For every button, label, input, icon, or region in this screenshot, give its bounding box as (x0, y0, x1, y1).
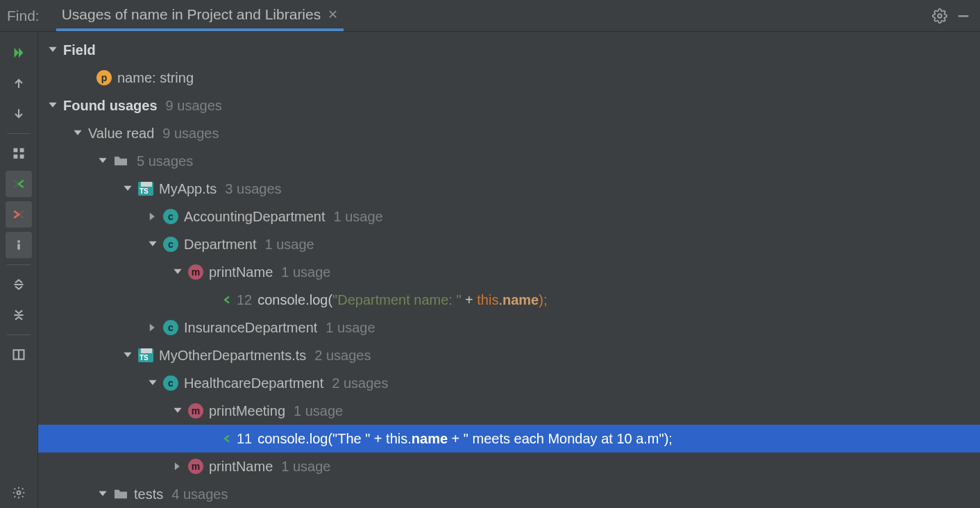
chevron-down-icon[interactable] (96, 488, 109, 500)
svg-rect-2 (14, 149, 18, 153)
code-snippet: console.log("The " + this.name + " meets… (257, 431, 673, 447)
tree-row-method2[interactable]: m printMeeting 1 usage (38, 397, 980, 425)
chevron-right-icon[interactable] (171, 460, 184, 473)
collapse-all-icon[interactable] (6, 302, 32, 328)
ts-file-icon: TS (138, 348, 153, 363)
method-icon: m (188, 459, 203, 474)
tree-row-field-item[interactable]: p name: string (38, 64, 980, 92)
expand-all-icon[interactable] (6, 271, 32, 298)
tree-row-found[interactable]: Found usages 9 usages (38, 92, 980, 119)
method-icon: m (188, 403, 203, 418)
chevron-down-icon[interactable] (171, 266, 184, 278)
find-tab-title: Usages of name in Project and Libraries (62, 6, 321, 23)
ts-file-icon: TS (138, 181, 153, 196)
info-icon[interactable] (6, 232, 32, 258)
tree-row-field[interactable]: Field (38, 36, 980, 64)
chevron-right-icon[interactable] (146, 210, 159, 223)
rerun-icon[interactable] (6, 40, 32, 66)
prev-occurrence-icon[interactable] (6, 70, 32, 96)
next-occurrence-icon[interactable] (6, 101, 32, 127)
close-tab-icon[interactable]: ✕ (328, 7, 338, 22)
tree-row-class2[interactable]: c Department 1 usage (38, 230, 980, 258)
folder-icon (113, 153, 128, 169)
group-by-icon[interactable] (6, 140, 32, 167)
svg-point-0 (938, 14, 942, 18)
tree-row-method1[interactable]: m printName 1 usage (38, 258, 980, 286)
tree-row-class4[interactable]: c HealthcareDepartment 2 usages (38, 369, 980, 397)
folder-icon (113, 486, 128, 502)
usages-tree[interactable]: Field p name: string Found usages 9 usag… (38, 32, 980, 508)
chevron-down-icon[interactable] (146, 238, 159, 251)
tree-row-dir1[interactable]: 5 usages (38, 147, 980, 175)
chevron-down-icon[interactable] (96, 155, 109, 167)
svg-rect-4 (14, 155, 18, 159)
property-icon: p (96, 70, 112, 85)
show-write-icon[interactable] (6, 201, 32, 228)
chevron-down-icon[interactable] (171, 405, 184, 417)
find-tab[interactable]: Usages of name in Project and Libraries … (56, 1, 344, 31)
tree-row-value-read[interactable]: Value read 9 usages (38, 119, 980, 147)
class-icon: c (163, 320, 178, 335)
show-read-icon[interactable] (6, 171, 32, 197)
read-usage-icon (219, 294, 231, 306)
chevron-down-icon[interactable] (121, 183, 134, 195)
class-icon: c (163, 209, 178, 224)
tree-row-file1[interactable]: TS MyApp.ts 3 usages (38, 175, 980, 203)
find-panel-header: Find: Usages of name in Project and Libr… (0, 0, 980, 32)
tree-row-file2[interactable]: TS MyOtherDepartments.ts 2 usages (38, 341, 980, 369)
find-sidebar (0, 32, 38, 508)
chevron-right-icon[interactable] (146, 321, 159, 334)
code-snippet: console.log("Department name: " + this.n… (257, 292, 547, 308)
svg-rect-1 (958, 15, 969, 17)
tree-row-class1[interactable]: c AccountingDepartment 1 usage (38, 203, 980, 230)
chevron-down-icon[interactable] (47, 44, 59, 56)
find-label: Find: (7, 8, 40, 24)
tree-row-usage-line11[interactable]: 11 console.log("The " + this.name + " me… (38, 425, 980, 452)
chevron-down-icon[interactable] (121, 349, 134, 362)
read-usage-icon (219, 432, 231, 445)
tree-row-class3[interactable]: c InsuranceDepartment 1 usage (38, 314, 980, 341)
chevron-down-icon[interactable] (71, 127, 84, 139)
class-icon: c (163, 237, 178, 252)
tree-row-method3[interactable]: m printName 1 usage (38, 452, 980, 480)
preview-icon[interactable] (6, 341, 32, 368)
svg-rect-3 (20, 149, 24, 153)
minimize-icon[interactable] (955, 8, 972, 24)
tree-row-usage-line12[interactable]: 12 console.log("Department name: " + thi… (38, 286, 980, 314)
svg-point-10 (17, 491, 21, 495)
svg-rect-6 (17, 240, 19, 242)
tree-row-dir2[interactable]: tests 4 usages (38, 480, 980, 508)
method-icon: m (188, 264, 203, 280)
chevron-down-icon[interactable] (47, 99, 59, 112)
gear-icon[interactable] (931, 8, 948, 24)
settings-icon[interactable] (6, 480, 32, 506)
class-icon: c (163, 375, 178, 391)
svg-rect-5 (20, 155, 24, 159)
chevron-down-icon[interactable] (146, 377, 159, 389)
svg-rect-7 (17, 244, 19, 249)
